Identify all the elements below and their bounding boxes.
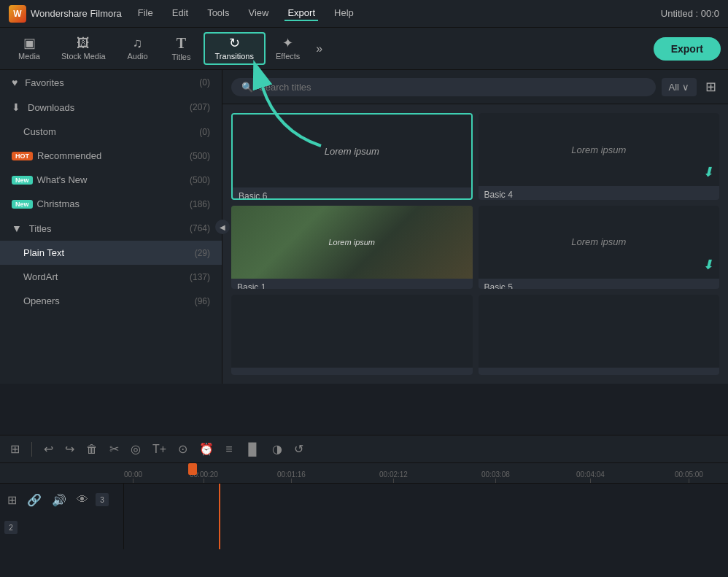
- collapse-arrow[interactable]: ◀: [215, 220, 230, 234]
- menu-view[interactable]: View: [245, 6, 271, 21]
- track-eye-icon[interactable]: 👁: [74, 492, 91, 508]
- titles-expand-icon: ▼: [12, 222, 22, 234]
- title-card-basic5[interactable]: Lorem ipsum ⬇ Basic 5: [479, 206, 720, 290]
- tl-grid-icon[interactable]: ⊞: [7, 441, 23, 457]
- toolbar-effects-label: Effects: [276, 52, 300, 61]
- track-controls: ⊞ 🔗 🔊 👁 3 2: [0, 484, 124, 549]
- app-name: Wondershare Filmora: [31, 8, 122, 19]
- tl-waveform-icon[interactable]: ▐▌: [241, 441, 263, 457]
- toolbar-audio-label: Audio: [127, 52, 147, 61]
- track-add-icon[interactable]: ⊞: [4, 492, 20, 508]
- ruler-mark-2: 00:01:16: [277, 470, 306, 483]
- toolbar-transitions[interactable]: ↻ Transitions: [204, 32, 266, 65]
- menu-bar: W Wondershare Filmora File Edit Tools Vi…: [0, 0, 728, 28]
- timeline-area: ⊞ ↩ ↪ 🗑 ✂ ◎ T+ ⊙ ⏰ ≡ ▐▌ ◑ ↺ 00:00 00:00:…: [0, 435, 728, 577]
- audio-icon: ♫: [133, 36, 143, 50]
- toolbar-titles[interactable]: T Titles: [160, 33, 204, 64]
- download-icon-basic4[interactable]: ⬇: [702, 164, 713, 180]
- tl-circle2-icon[interactable]: ◑: [269, 441, 285, 457]
- export-button[interactable]: Export: [654, 37, 721, 61]
- menu-file[interactable]: File: [135, 6, 156, 21]
- new-badge-christmas: New: [12, 200, 33, 209]
- tl-undo-icon[interactable]: ↩: [41, 441, 56, 457]
- title-card-5[interactable]: [231, 295, 473, 375]
- app-icon: W: [9, 5, 26, 23]
- sidebar-item-titles[interactable]: ▼ Titles (764): [0, 216, 222, 241]
- stock-media-icon: 🖼: [77, 36, 90, 50]
- card-label-basic1: Basic 1: [231, 279, 473, 290]
- tl-loop-icon[interactable]: ↺: [291, 441, 306, 457]
- filter-select[interactable]: All ∨: [662, 78, 697, 96]
- sidebar-custom-count: (0): [199, 127, 210, 137]
- sidebar-item-downloads[interactable]: ⬇ Downloads (207): [0, 95, 222, 120]
- title-card-basic6[interactable]: Lorem ipsum Basic 6: [231, 113, 473, 200]
- sidebar-item-wordart[interactable]: WordArt (137): [0, 265, 222, 289]
- track-control-row-1: ⊞ 🔗 🔊 👁 3: [4, 487, 119, 513]
- ruler-marks: 00:00 00:00:20 00:01:16 00:02:12 00:03:0…: [124, 463, 728, 483]
- menu-items: File Edit Tools View Export Help: [135, 6, 357, 21]
- title-card-6[interactable]: [479, 295, 720, 375]
- playhead-line: [219, 484, 220, 549]
- ruler-mark-5: 00:04:04: [576, 470, 605, 483]
- sidebar-downloads-count: (207): [190, 102, 210, 112]
- panel-area: ◀ 🔍 All ∨ ⊞ Lorem ipsum Basic 6: [222, 70, 728, 384]
- timeline-toolbar: ⊞ ↩ ↪ 🗑 ✂ ◎ T+ ⊙ ⏰ ≡ ▐▌ ◑ ↺: [0, 435, 728, 463]
- timeline-tracks: ⊞ 🔗 🔊 👁 3 2 ✂: [0, 484, 728, 549]
- sidebar-item-christmas[interactable]: New Christmas (186): [0, 192, 222, 216]
- menu-edit[interactable]: Edit: [169, 6, 191, 21]
- sidebar-wordart-count: (137): [190, 272, 210, 282]
- favorites-icon: ♥: [12, 77, 18, 88]
- tl-eq-icon[interactable]: ≡: [222, 441, 235, 457]
- title-card-basic4[interactable]: Lorem ipsum ⬇ Basic 4: [479, 113, 720, 200]
- search-input[interactable]: [259, 82, 646, 93]
- card-label-basic5: Basic 5: [479, 279, 720, 290]
- toolbar-more[interactable]: »: [310, 39, 328, 58]
- sidebar-custom-label: Custom: [23, 126, 56, 137]
- track-control-row-2: 2: [4, 514, 119, 541]
- ruler-mark-6: 00:05:00: [675, 470, 703, 483]
- main-content: ♥ Favorites (0) ⬇ Downloads (207) Custom…: [0, 70, 728, 384]
- tl-delete-icon[interactable]: 🗑: [83, 441, 101, 457]
- sidebar-item-openers[interactable]: Openers (96): [0, 289, 222, 313]
- menu-tools[interactable]: Tools: [204, 6, 232, 21]
- tl-cut-icon[interactable]: ✂: [107, 441, 122, 457]
- sidebar-christmas-label: Christmas: [37, 198, 80, 209]
- toolbar-stock-media[interactable]: 🖼 Stock Media: [51, 34, 116, 63]
- menu-export[interactable]: Export: [284, 6, 318, 21]
- sidebar-titles-label: Titles: [29, 223, 52, 234]
- card-text-basic5: Lorem ipsum: [571, 236, 626, 247]
- menu-help[interactable]: Help: [331, 6, 357, 21]
- sidebar-item-favorites[interactable]: ♥ Favorites (0): [0, 70, 222, 95]
- transitions-icon: ↻: [229, 36, 240, 50]
- tl-clock-icon[interactable]: ⊙: [175, 441, 190, 457]
- sidebar-christmas-count: (186): [190, 199, 210, 209]
- title-card-basic1[interactable]: Lorem ipsum Basic 1: [231, 206, 473, 290]
- track-area: ✂: [124, 484, 728, 549]
- grid-toggle[interactable]: ⊞: [702, 76, 719, 98]
- tl-circle-icon[interactable]: ◎: [128, 441, 144, 457]
- toolbar-media[interactable]: ▣ Media: [7, 34, 51, 63]
- sidebar-item-recommended[interactable]: HOT Recommended (500): [0, 144, 222, 168]
- effects-icon: ✦: [282, 36, 293, 50]
- tl-timer-icon[interactable]: ⏰: [196, 441, 217, 457]
- tl-redo-icon[interactable]: ↪: [62, 441, 77, 457]
- ruler-mark-0: 00:00: [124, 470, 142, 483]
- track-link-icon[interactable]: 🔗: [24, 492, 44, 508]
- sidebar-recommended-label: Recommended: [37, 150, 101, 161]
- card-thumb-basic4: Lorem ipsum ⬇: [479, 113, 720, 186]
- download-icon-basic5[interactable]: ⬇: [702, 257, 713, 273]
- ruler-playhead: [188, 463, 197, 475]
- toolbar-effects[interactable]: ✦ Effects: [266, 34, 310, 63]
- track-number-3: 3: [96, 493, 109, 506]
- toolbar-audio[interactable]: ♫ Audio: [116, 34, 160, 63]
- track-audio-icon[interactable]: 🔊: [49, 492, 69, 508]
- search-box[interactable]: 🔍: [231, 78, 656, 96]
- tl-text-icon[interactable]: T+: [150, 441, 169, 457]
- sidebar-item-plain-text[interactable]: Plain Text (29): [0, 241, 222, 265]
- card-thumb-basic1: Lorem ipsum: [231, 206, 473, 279]
- sidebar-item-custom[interactable]: Custom (0): [0, 120, 222, 144]
- sidebar-recommended-count: (500): [190, 151, 210, 161]
- app-logo: W Wondershare Filmora: [9, 5, 122, 23]
- sidebar-item-whats-new[interactable]: New What's New (500): [0, 168, 222, 192]
- window-title: Untitled : 00:0: [661, 8, 719, 19]
